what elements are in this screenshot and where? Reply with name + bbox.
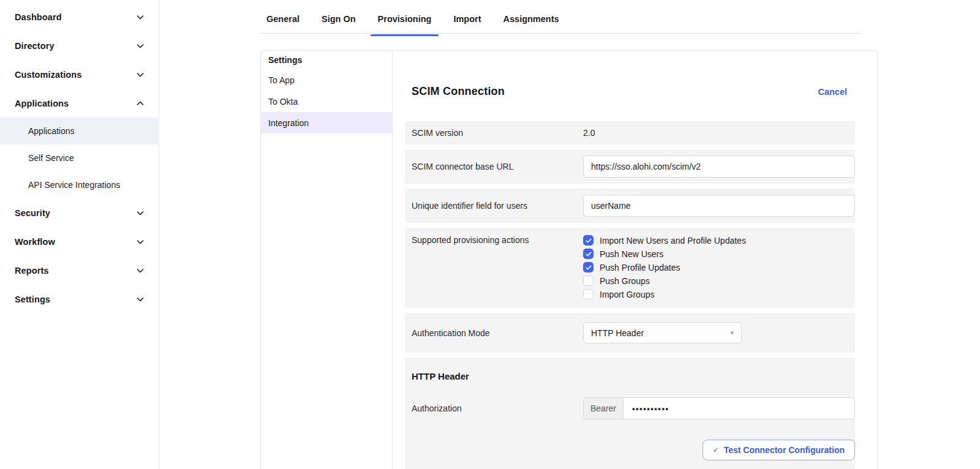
- checkbox-push-new-users[interactable]: Push New Users: [583, 249, 855, 259]
- sidebar-item-applications[interactable]: Applications: [0, 89, 159, 118]
- checkbox-unchecked-icon: [583, 276, 594, 286]
- cancel-button[interactable]: Cancel: [818, 87, 847, 97]
- subnav-item-to-okta[interactable]: To Okta: [261, 91, 392, 112]
- sidebar-item-security[interactable]: Security: [0, 198, 159, 227]
- subnav-header: Settings: [261, 51, 392, 69]
- test-connector-configuration-button[interactable]: ✓ Test Connector Configuration: [703, 440, 855, 460]
- row-authorization: Authorization Bearer: [412, 397, 855, 419]
- chevron-down-icon: [135, 237, 145, 247]
- sidebar-item-applications-child[interactable]: Applications: [0, 118, 159, 144]
- subnav-item-integration[interactable]: Integration: [261, 112, 392, 133]
- base-url-input[interactable]: [583, 156, 855, 178]
- checkbox-checked-icon: [583, 235, 594, 246]
- sidebar: Dashboard Directory Customizations Appli…: [0, 0, 159, 469]
- chevron-down-icon: [135, 208, 145, 218]
- section-heading: HTTP Header: [412, 371, 855, 381]
- check-icon: ✓: [713, 446, 719, 454]
- chevron-down-icon: [135, 41, 145, 51]
- row-scim-version: SCIM version 2.0: [405, 121, 855, 144]
- http-header-section: HTTP Header Authorization Bearer ✓ Test …: [405, 358, 855, 469]
- checkbox-import-new-users[interactable]: Import New Users and Profile Updates: [583, 235, 855, 246]
- tab-import[interactable]: Import: [453, 5, 481, 33]
- form-header: SCIM Connection Cancel: [412, 85, 847, 98]
- checkbox-import-groups[interactable]: Import Groups: [583, 289, 855, 299]
- scim-version-value: 2.0: [583, 128, 595, 138]
- page-title: SCIM Connection: [412, 85, 505, 98]
- sidebar-item-dashboard[interactable]: Dashboard: [0, 2, 159, 31]
- checkbox-checked-icon: [583, 262, 594, 272]
- tab-sign-on[interactable]: Sign On: [322, 5, 356, 33]
- chevron-down-icon: [135, 295, 145, 304]
- button-row: ✓ Test Connector Configuration: [412, 440, 855, 462]
- sidebar-item-reports[interactable]: Reports: [0, 256, 159, 285]
- app-tabs: General Sign On Provisioning Import Assi…: [260, 0, 860, 34]
- bearer-prefix: Bearer: [584, 398, 624, 419]
- chevron-down-icon: [135, 70, 145, 80]
- tab-assignments[interactable]: Assignments: [503, 5, 559, 33]
- provisioning-card: Settings To App To Okta Integration SCIM…: [260, 50, 878, 469]
- checkbox-push-profile-updates[interactable]: Push Profile Updates: [583, 262, 855, 272]
- sidebar-item-workflow[interactable]: Workflow: [0, 227, 159, 256]
- tab-general[interactable]: General: [266, 5, 300, 33]
- sidebar-item-directory[interactable]: Directory: [0, 31, 159, 60]
- dropdown-caret-icon: ▾: [730, 329, 734, 337]
- tab-provisioning[interactable]: Provisioning: [378, 5, 432, 33]
- chevron-down-icon: [135, 12, 145, 22]
- subnav-item-to-app[interactable]: To App: [261, 69, 392, 91]
- authorization-token-input[interactable]: [624, 398, 854, 419]
- checkbox-checked-icon: [583, 249, 594, 259]
- authorization-input-group: Bearer: [583, 397, 855, 419]
- chevron-down-icon: [135, 266, 145, 276]
- checkbox-unchecked-icon: [583, 289, 594, 299]
- provisioning-subnav: Settings To App To Okta Integration: [261, 51, 393, 469]
- unique-identifier-input[interactable]: [583, 195, 855, 217]
- row-auth-mode: Authentication Mode HTTP Header ▾: [405, 313, 855, 353]
- sidebar-item-self-service[interactable]: Self Service: [0, 144, 159, 171]
- row-base-url: SCIM connector base URL: [405, 149, 855, 184]
- chevron-up-icon: [135, 99, 145, 108]
- sidebar-item-api-service-integrations[interactable]: API Service Integrations: [0, 171, 159, 198]
- sidebar-item-customizations[interactable]: Customizations: [0, 60, 159, 89]
- scim-connection-form: SCIM Connection Cancel SCIM version 2.0 …: [393, 51, 877, 469]
- auth-mode-select[interactable]: HTTP Header ▾: [583, 322, 742, 343]
- row-unique-identifier: Unique identifier field for users: [405, 189, 855, 223]
- checkbox-push-groups[interactable]: Push Groups: [583, 276, 855, 286]
- row-provisioning-actions: Supported provisioning actions Import Ne…: [405, 228, 855, 308]
- sidebar-item-settings[interactable]: Settings: [0, 285, 159, 313]
